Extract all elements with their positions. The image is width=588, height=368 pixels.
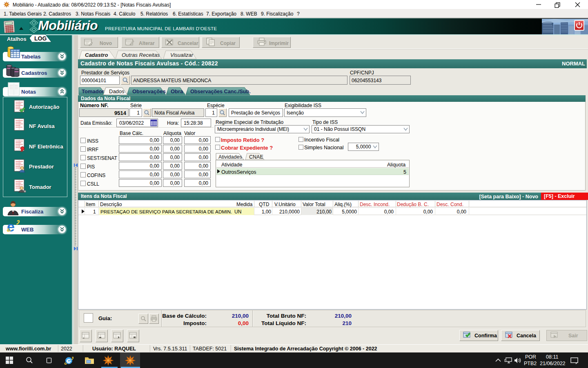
svg-text:Cadastro: Cadastro xyxy=(85,52,108,58)
svg-text:LOG: LOG xyxy=(34,35,47,42)
svg-text:Outras Receitas: Outras Receitas xyxy=(122,52,160,58)
svg-text:Observações: Observações xyxy=(132,88,166,94)
svg-text:Atividades: Atividades xyxy=(218,154,242,160)
svg-text:CNAE: CNAE xyxy=(249,154,263,160)
svg-text:Dados: Dados xyxy=(109,88,125,94)
svg-text:Tomador: Tomador xyxy=(82,88,104,94)
svg-text:Visualizar: Visualizar xyxy=(170,52,194,58)
svg-text:Observações Canc./Sub.: Observações Canc./Sub. xyxy=(190,89,251,94)
svg-text:ab: ab xyxy=(11,52,14,54)
svg-text:Obra: Obra xyxy=(171,88,183,94)
